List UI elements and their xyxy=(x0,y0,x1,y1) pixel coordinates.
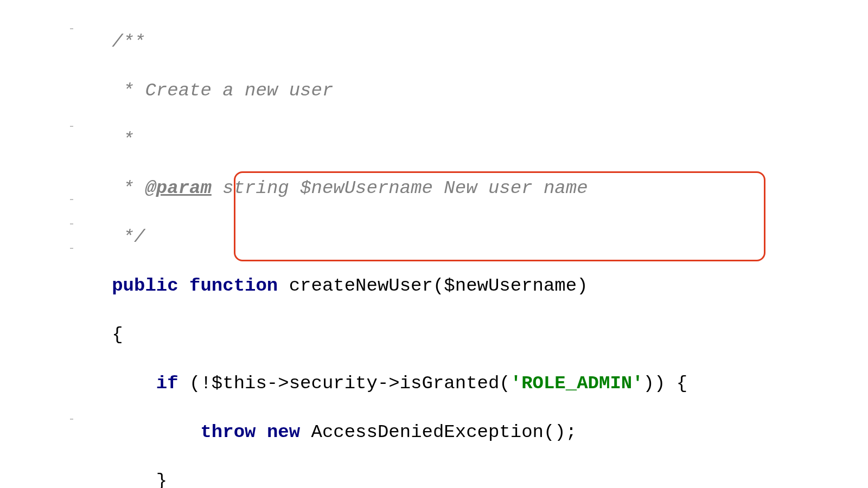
gutter-line-marker xyxy=(0,41,79,65)
code-text: * xyxy=(79,129,134,150)
gutter-line-marker xyxy=(0,285,79,309)
code-text: /** xyxy=(79,31,145,52)
code-text: * @param string $newUsername New user na… xyxy=(79,178,588,198)
gutter-line-marker xyxy=(0,358,79,382)
code-text: { xyxy=(79,324,123,345)
code-text: public function createNewUser($newUserna… xyxy=(79,275,588,296)
gutter-line-marker xyxy=(0,333,79,358)
code-text: } xyxy=(79,471,167,488)
gutter-line-marker xyxy=(0,89,79,114)
code-text: * Create a new user xyxy=(79,80,333,101)
gutter-line-marker xyxy=(0,407,79,431)
gutter-line-marker xyxy=(0,138,79,163)
code-text: if (!$this->security->isGranted('ROLE_AD… xyxy=(79,373,687,394)
gutter-line-marker xyxy=(0,65,79,89)
gutter-line-marker xyxy=(0,114,79,138)
code-text: throw new AccessDeniedException(); xyxy=(79,422,577,442)
gutter-line-marker xyxy=(0,163,79,187)
gutter-line-marker xyxy=(0,309,79,333)
gutter-line-marker xyxy=(0,382,79,407)
code-container: /** * Create a new user * * @param strin… xyxy=(0,5,868,488)
code-text: */ xyxy=(79,227,145,247)
gutter-line-marker xyxy=(0,260,79,285)
gutter-line-marker xyxy=(0,236,79,260)
gutter-line-marker xyxy=(0,211,79,236)
code-area[interactable]: /** * Create a new user * * @param strin… xyxy=(79,5,868,488)
gutter xyxy=(0,5,79,488)
gutter-line-marker xyxy=(0,187,79,211)
gutter-line-marker xyxy=(0,16,79,41)
